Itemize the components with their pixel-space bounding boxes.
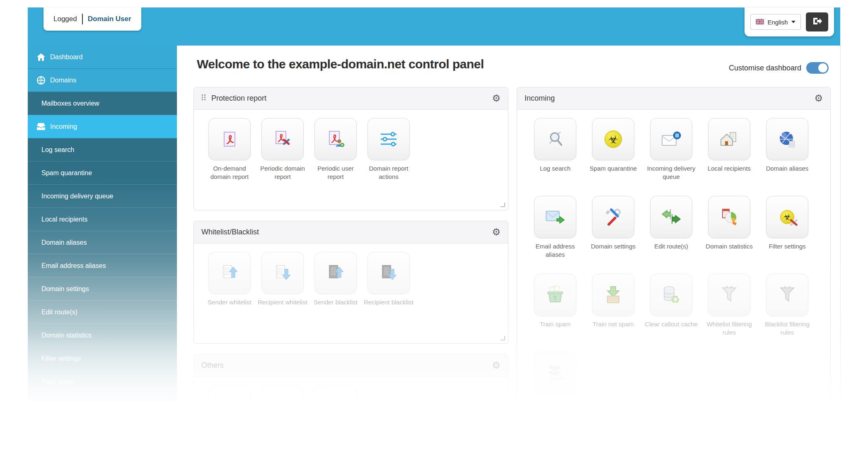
customise-dashboard-toggle[interactable]	[806, 62, 829, 74]
panel-incoming: Incoming ⚙ Log search ☣ Spam quarantine	[517, 87, 831, 411]
top-header-bar	[28, 7, 840, 46]
sidebar-item-train-spam[interactable]: Train spam	[28, 370, 177, 393]
language-label: English	[767, 19, 788, 26]
user-name: Domain User	[88, 15, 131, 23]
sidebar-item-domains[interactable]: Domains	[28, 69, 177, 92]
panel-title: Others	[201, 361, 224, 370]
sidebar-item-label: Domain statistics	[41, 332, 92, 339]
shortcut-label: Domain aliases	[766, 164, 809, 181]
panel-resize-handle[interactable]	[500, 203, 505, 207]
sidebar-item-log-search[interactable]: Log search	[28, 138, 177, 162]
shortcut-whitelist-filtering-rules[interactable]: Whitelist filtering rules	[700, 274, 758, 337]
panel-whitelist-blacklist-header: Whitelist/Blacklist ⚙	[194, 221, 508, 244]
shortcut-label: Sender blacklist	[314, 298, 358, 315]
shortcut-email-address-aliases[interactable]: Email address aliases	[526, 196, 584, 259]
shortcut-log-search[interactable]: Log search	[526, 118, 584, 181]
incoming-row-4: LDAP	[517, 352, 830, 394]
gear-icon[interactable]: ⚙	[492, 361, 500, 370]
shortcut-filter-settings[interactable]: ☣ Filter settings	[758, 196, 816, 259]
shortcut-ldap[interactable]: LDAP	[526, 352, 584, 394]
sidebar-item-incoming[interactable]: Incoming	[28, 115, 177, 138]
customise-dashboard-control: Customise dashboard	[729, 62, 829, 74]
shortcut-label: Domain statistics	[706, 242, 752, 259]
content-right-border	[840, 46, 841, 406]
shortcut-periodic-domain-report[interactable]: Periodic domain report	[256, 118, 309, 181]
incoming-row-1: Log search ☣ Spam quarantine Incoming de…	[517, 110, 830, 181]
sidebar-item-filter-settings[interactable]: Filter settings	[28, 347, 177, 370]
pdf-user-icon	[314, 118, 357, 160]
toggle-knob	[818, 63, 827, 72]
shortcut-label: Blacklist filtering rules	[758, 320, 816, 337]
language-select[interactable]: English	[750, 14, 800, 30]
shortcut-domain-statistics[interactable]: Domain statistics	[700, 196, 758, 259]
shortcut-incoming-delivery-queue[interactable]: Incoming delivery queue	[642, 118, 700, 181]
logout-button[interactable]	[806, 12, 828, 31]
shortcut-sender-whitelist[interactable]: Sender whitelist	[203, 252, 256, 315]
shortcut-recipient-blacklist[interactable]: Recipient blacklist	[362, 252, 415, 315]
shortcut-sender-blacklist[interactable]: Sender blacklist	[309, 252, 362, 315]
pdf-report-icon	[208, 118, 251, 160]
sidebar-item-label: Dashboard	[50, 53, 82, 61]
badge-separator	[82, 14, 83, 24]
panel-whitelist-blacklist: Whitelist/Blacklist ⚙ Sender whitelist R…	[193, 221, 508, 344]
shortcut-periodic-user-report[interactable]: Periodic user report	[309, 118, 362, 181]
mail-pause-icon	[650, 118, 692, 160]
sidebar-item-incoming-delivery-queue[interactable]: Incoming delivery queue	[28, 185, 177, 208]
biohazard-icon: ☣	[592, 118, 634, 160]
sidebar-item-spam-quarantine[interactable]: Spam quarantine	[28, 162, 177, 185]
shortcut-train-not-spam[interactable]: Train not spam	[584, 274, 642, 337]
sidebar-item-email-address-aliases[interactable]: Email address aliases	[28, 254, 177, 277]
house-doc-icon	[708, 118, 750, 160]
shortcut-spam-quarantine[interactable]: ☣ Spam quarantine	[584, 118, 642, 181]
shortcut-domain-report-actions[interactable]: Domain report actions	[362, 118, 415, 181]
logged-user-badge: Logged Domain User	[44, 7, 141, 31]
shortcut-domain-settings[interactable]: Domain settings	[584, 196, 642, 259]
sidebar-item-domain-settings[interactable]: Domain settings	[28, 277, 177, 301]
shortcut-edit-routes[interactable]: Edit route(s)	[642, 196, 700, 259]
shortcut-label: Recipient whitelist	[258, 298, 307, 315]
shortcut-local-recipients[interactable]: Local recipients	[700, 118, 758, 181]
sidebar-item-local-recipients[interactable]: Local recipients	[28, 208, 177, 231]
sidebar-item-label: Domain settings	[41, 285, 89, 293]
gear-icon[interactable]: ⚙	[492, 94, 500, 103]
sidebar-item-dashboard[interactable]: Dashboard	[28, 46, 177, 69]
shortcut-other-3[interactable]	[309, 385, 362, 427]
shortcut-other-2[interactable]	[256, 385, 309, 427]
shortcut-label: Periodic domain report	[256, 164, 309, 181]
shortcut-train-spam[interactable]: Train spam	[526, 274, 584, 337]
others-items	[194, 377, 508, 427]
inbox-down-icon	[592, 274, 634, 316]
shortcut-label: Periodic user report	[309, 164, 362, 181]
sidebar-item-label: Spam quarantine	[41, 169, 92, 177]
shortcut-on-demand-domain-report[interactable]: On-demand domain report	[203, 118, 256, 181]
shortcut-label: Sender whitelist	[208, 298, 251, 315]
sidebar-item-edit-routes[interactable]: Edit route(s)	[28, 301, 177, 324]
drag-handle-icon[interactable]	[201, 94, 206, 103]
sidebar-item-domain-statistics[interactable]: Domain statistics	[28, 324, 177, 347]
gear-icon[interactable]: ⚙	[814, 94, 823, 103]
logout-icon	[812, 17, 822, 27]
sidebar-item-label: Incoming	[50, 123, 77, 130]
biohazard-tools-icon: ☣	[766, 196, 808, 238]
shortcut-recipient-whitelist[interactable]: Recipient whitelist	[256, 252, 309, 315]
globe-doc-icon	[766, 118, 808, 160]
inbox-icon	[36, 123, 46, 130]
shortcut-other-1[interactable]	[203, 385, 256, 427]
sidebar-item-mailboxes-overview[interactable]: Mailboxes overview	[28, 92, 177, 115]
pdf-tools-icon	[261, 118, 304, 160]
panel-title: Protection report	[211, 94, 266, 103]
sidebar-item-label: Domains	[50, 77, 76, 84]
uk-flag-icon	[756, 19, 764, 26]
svg-text:LDAP: LDAP	[550, 376, 564, 382]
shortcut-blacklist-filtering-rules[interactable]: Blacklist filtering rules	[758, 274, 816, 337]
sidebar-item-label: Log search	[41, 146, 74, 154]
sidebar-item-domain-aliases[interactable]: Domain aliases	[28, 231, 177, 254]
shortcut-clear-callout-cache[interactable]: ♻ Clear callout cache	[642, 274, 700, 337]
sliders-icon	[368, 118, 410, 160]
gear-icon[interactable]: ⚙	[492, 227, 500, 237]
svg-text:♻: ♻	[670, 293, 680, 304]
biohazard-glyph: ☣	[608, 133, 618, 146]
shortcut-domain-aliases[interactable]: Domain aliases	[758, 118, 816, 181]
panel-resize-handle[interactable]	[500, 336, 505, 340]
pie-chart-icon	[708, 196, 750, 238]
